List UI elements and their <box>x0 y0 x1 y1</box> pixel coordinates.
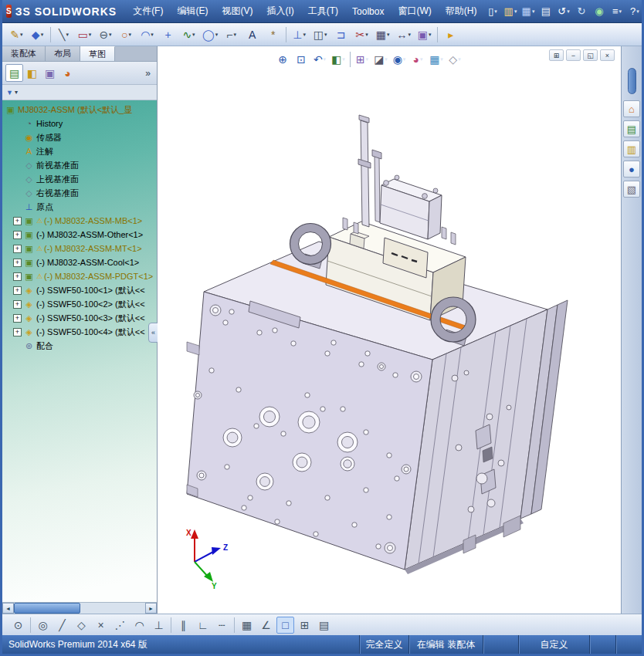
task-pane-handle[interactable] <box>628 68 636 94</box>
view-orientation-button[interactable]: ⊞▾ <box>353 51 371 68</box>
tree-item[interactable]: ◇前视基准面 <box>2 158 157 172</box>
display-style-button[interactable]: ◪▾ <box>371 51 390 68</box>
expand-icon[interactable]: + <box>13 286 22 295</box>
task-pane-design-library[interactable]: ▤ <box>623 120 640 137</box>
close-document-button[interactable]: × <box>600 49 615 61</box>
snap-grid[interactable]: ▦ <box>238 617 256 634</box>
scrollbar-thumb[interactable] <box>14 603 80 614</box>
expand-icon[interactable]: + <box>13 231 22 239</box>
expand-icon[interactable]: + <box>13 272 22 281</box>
save-button[interactable]: ▦▾ <box>519 3 537 20</box>
snap-center[interactable]: ◎ <box>34 617 52 634</box>
display-relations-tool[interactable]: ⊥▾ <box>290 25 309 44</box>
tree-item[interactable]: ◇右视基准面 <box>2 186 157 200</box>
open-document-button[interactable]: ▥▾ <box>501 3 519 20</box>
tree-item[interactable]: +◈(-) SSWF50-100<3> (默认<< <box>2 311 157 325</box>
options-button[interactable]: ≡▾ <box>608 3 625 20</box>
tree-item[interactable]: ⊚配合 <box>2 339 157 353</box>
minimize-document-button[interactable]: − <box>566 49 581 61</box>
scrollbar-track[interactable] <box>80 603 145 614</box>
tree-item[interactable]: +▣(-) MJ8032-ASSM-Cool<1> <box>2 255 157 269</box>
apply-scene-button[interactable]: ▦▾ <box>427 51 446 68</box>
tab-装配体[interactable]: 装配体 <box>2 46 46 61</box>
menu-item[interactable]: 视图(V) <box>215 0 259 22</box>
tree-item[interactable]: ▣MJ8032-ASSM (默认<默认_显 <box>2 103 157 117</box>
line-tool[interactable]: ╲▾ <box>54 25 73 44</box>
sketch-tool[interactable]: ✎▾ <box>7 25 26 44</box>
menu-item[interactable]: 插入(I) <box>259 0 300 22</box>
tree-item[interactable]: +▣⚠(-) MJ8032-ASSM-PDGT<1> <box>2 269 157 283</box>
displaymanager-tab[interactable]: ◕ <box>59 64 76 82</box>
grid-system-button[interactable]: ⊞ <box>296 617 314 634</box>
linear-pattern-tool[interactable]: ▦▾ <box>373 25 392 44</box>
point-tool[interactable]: + <box>158 25 178 44</box>
text-tool[interactable]: A <box>242 25 262 44</box>
snap-horizontal-vertical[interactable]: ∟ <box>194 617 212 634</box>
arc-tool[interactable]: ◠▾ <box>137 25 157 44</box>
previous-view-button[interactable]: ↶▾ <box>310 51 329 68</box>
tree-item[interactable]: +◈(-) SSWF50-100<2> (默认<< <box>2 297 157 311</box>
expand-icon[interactable]: + <box>13 217 22 225</box>
tab-草图[interactable]: 草图 <box>80 46 115 61</box>
tree-item[interactable]: +◈(-) SSWF50-100<4> (默认<< <box>2 325 157 339</box>
rebuild-button[interactable]: ◉ <box>590 3 608 20</box>
expand-icon[interactable]: + <box>13 300 22 309</box>
configurationmanager-tab[interactable]: ▣ <box>41 64 59 82</box>
snap-tangent[interactable]: ◠ <box>130 617 148 634</box>
instant2d-toggle[interactable]: ▸ <box>441 25 460 44</box>
task-pane-home[interactable]: ⌂ <box>623 100 640 117</box>
status-custom-button[interactable]: 自定义 <box>518 635 589 654</box>
tree-item[interactable]: ◇上视基准面 <box>2 172 157 186</box>
menu-item[interactable]: Toolbox <box>345 0 391 22</box>
tree-item[interactable]: +▣(-) MJ8032-ASSM-Other<1> <box>2 228 157 242</box>
tree-item[interactable]: ◔History <box>2 117 157 130</box>
section-view-button[interactable]: ◧▾ <box>329 51 347 68</box>
spline-tool[interactable]: ∿▾ <box>179 25 198 44</box>
tree-item[interactable]: +▣⚠(-) MJ8032-ASSM-MB<1> <box>2 214 157 228</box>
snap-perpendicular[interactable]: ⊥ <box>150 617 168 634</box>
scroll-right-arrow-icon[interactable]: ► <box>145 603 157 614</box>
app-icon[interactable]: S <box>6 5 12 18</box>
trim-entities-tool[interactable]: ✂▾ <box>352 25 371 44</box>
print-button[interactable]: ▤ <box>537 3 554 20</box>
menu-item[interactable]: 窗口(W) <box>391 0 438 22</box>
snap-nearest[interactable]: ⋰ <box>111 617 129 634</box>
offset-entities-tool[interactable]: ⊐ <box>331 25 351 44</box>
zoom-to-fit-button[interactable]: ⊕ <box>273 51 292 68</box>
snap-angle[interactable]: ∠ <box>257 617 275 634</box>
snap-intersection[interactable]: × <box>92 617 110 634</box>
ellipse-tool[interactable]: ◯▾ <box>200 25 220 44</box>
task-pane-custom-properties[interactable]: ▧ <box>623 181 640 198</box>
scroll-left-arrow-icon[interactable]: ◄ <box>2 603 14 614</box>
snap-line[interactable]: ╱ <box>53 617 71 634</box>
feature-filter[interactable]: ▼ ▾ <box>2 85 157 100</box>
entity-table-button[interactable]: ▤ <box>315 617 333 634</box>
mirror-entities-tool[interactable]: ◫▾ <box>310 25 330 44</box>
task-pane-file-explorer[interactable]: ▥ <box>623 140 640 157</box>
tree-item[interactable]: ◉传感器 <box>2 130 157 144</box>
equation-tool[interactable]: * <box>263 25 283 44</box>
snap-quadrant[interactable]: ◇ <box>73 617 90 634</box>
undo-button[interactable]: ↺▾ <box>554 3 572 20</box>
featuremanager-tree-tab[interactable]: ▤ <box>5 64 23 82</box>
expand-icon[interactable]: + <box>13 259 22 267</box>
move-entities-tool[interactable]: ↔▾ <box>394 25 413 44</box>
help-button[interactable]: ?▾ <box>625 3 643 20</box>
tree-item[interactable]: +◈(-) SSWF50-100<1> (默认<< <box>2 283 157 297</box>
menu-item[interactable]: 工具(T) <box>301 0 345 22</box>
fillet-tool[interactable]: ⌐▾ <box>222 25 241 44</box>
task-pane-resources[interactable]: ● <box>623 161 640 178</box>
circle-tool[interactable]: ○▾ <box>117 25 136 44</box>
snap-points[interactable]: ⊙ <box>9 617 27 634</box>
propertymanager-tab[interactable]: ◧ <box>23 64 41 82</box>
tree-item[interactable]: A注解 <box>2 144 157 158</box>
expand-icon[interactable]: + <box>13 245 22 253</box>
rectangle-tool[interactable]: ▭▾ <box>75 25 94 44</box>
model-3d-view[interactable]: X Z Y <box>158 46 621 614</box>
menu-item[interactable]: 帮助(H) <box>439 0 484 22</box>
tree-item[interactable]: ⊥原点 <box>2 200 157 214</box>
tree-item[interactable]: +▣⚠(-) MJ8032-ASSM-MT<1> <box>2 242 157 255</box>
smart-dimension-tool[interactable]: ◆▾ <box>28 25 47 44</box>
hide-show-items-button[interactable]: ◉▾ <box>390 51 408 68</box>
task-pane-expand-button[interactable]: » <box>145 68 154 79</box>
